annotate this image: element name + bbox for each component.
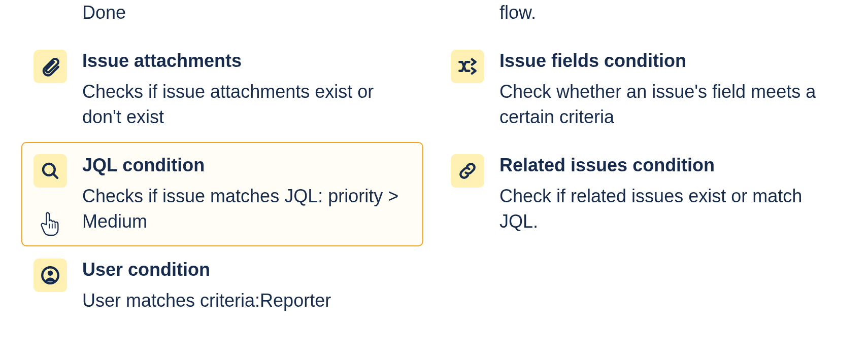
condition-title: Related issues condition [499,154,825,176]
condition-title: JQL condition [82,154,408,176]
condition-item-partial[interactable]: Done [21,0,423,38]
condition-desc: User matches criteria:Reporter [82,288,408,313]
svg-line-1 [53,174,57,178]
condition-title: User condition [82,259,408,280]
condition-item-partial[interactable]: flow. [439,0,841,38]
condition-desc: Check whether an issue's field meets a c… [499,79,825,130]
link-icon [451,154,484,188]
condition-item-issue-attachments[interactable]: Issue attachments Checks if issue attach… [21,38,423,142]
paperclip-icon [34,50,67,83]
condition-item-jql-condition[interactable]: JQL condition Checks if issue matches JQ… [21,142,423,246]
user-circle-icon [34,259,67,292]
condition-desc: Done [82,0,408,25]
shuffle-icon [451,50,484,83]
condition-desc: Check if related issues exist or match J… [499,184,825,235]
svg-point-3 [48,271,53,276]
condition-item-issue-fields-condition[interactable]: Issue fields condition Check whether an … [439,38,841,142]
condition-desc: Checks if issue matches JQL: priority > … [82,184,408,235]
search-icon [34,154,67,188]
condition-desc: Checks if issue attachments exist or don… [82,79,408,130]
condition-desc: flow. [499,0,825,25]
condition-title: Issue attachments [82,50,408,71]
condition-item-related-issues-condition[interactable]: Related issues condition Check if relate… [439,142,841,246]
condition-item-user-condition[interactable]: User condition User matches criteria:Rep… [21,246,423,325]
condition-title: Issue fields condition [499,50,825,71]
